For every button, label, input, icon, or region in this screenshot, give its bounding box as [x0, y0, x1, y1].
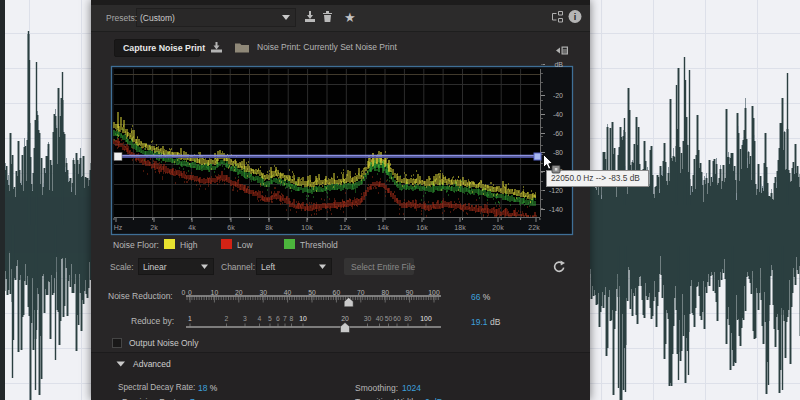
svg-text:-20: -20 [553, 92, 563, 99]
svg-text:8k: 8k [265, 224, 273, 231]
svg-text:-120: -120 [549, 187, 563, 194]
svg-text:12k: 12k [339, 224, 351, 231]
svg-text:16k: 16k [416, 224, 428, 231]
svg-text:dB: dB [554, 61, 563, 68]
svg-text:-40: -40 [553, 111, 563, 118]
svg-text:22k: 22k [528, 224, 540, 231]
svg-text:2k: 2k [150, 224, 158, 231]
svg-text:18k: 18k [454, 224, 466, 231]
svg-text:6k: 6k [227, 224, 235, 231]
svg-text:-60: -60 [553, 130, 563, 137]
svg-text:-80: -80 [553, 149, 563, 156]
svg-text:10k: 10k [301, 224, 313, 231]
svg-text:Hz: Hz [114, 224, 123, 231]
svg-text:20k: 20k [492, 224, 504, 231]
svg-text:-140: -140 [549, 206, 563, 213]
svg-text:14k: 14k [377, 224, 389, 231]
svg-text:4k: 4k [188, 224, 196, 231]
